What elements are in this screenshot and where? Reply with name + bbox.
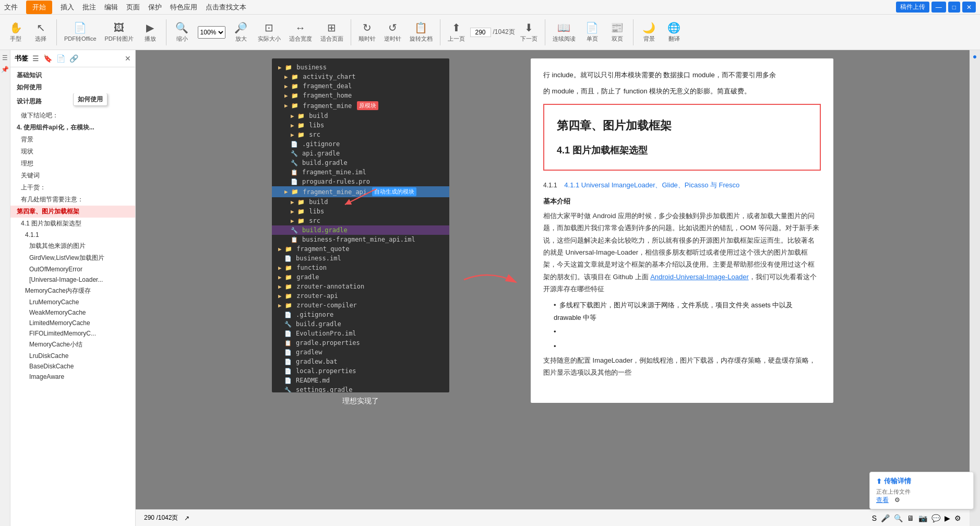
bookmark-item[interactable]: 做下结论吧：	[10, 110, 135, 122]
zoom-in-tool[interactable]: 🔎 放大	[230, 20, 253, 44]
play-tool[interactable]: ▶ 播放	[139, 20, 162, 44]
tree-item[interactable]: 📄README.md	[272, 376, 449, 385]
continuous-read-tool[interactable]: 📖 连续阅读	[549, 20, 579, 44]
menu-item-comment[interactable]: 批注	[82, 3, 96, 12]
tree-item[interactable]: ▶ 📁activity_chart	[272, 72, 449, 81]
bookmark-item[interactable]: MemoryCache内存缓存	[10, 285, 135, 297]
tree-item[interactable]: 📄local.properties	[272, 366, 449, 376]
tree-item[interactable]: 📄gradlew.bat	[272, 357, 449, 366]
tree-item[interactable]: 📋gradle.properties	[272, 338, 449, 348]
pdf-to-img-tool[interactable]: 🖼 PDF转图片	[102, 21, 137, 44]
single-page-tool[interactable]: 📄 单页	[581, 20, 604, 44]
minimize-button[interactable]: —	[931, 2, 946, 13]
sidebar-icon-1[interactable]: ☰	[31, 53, 40, 64]
upload-button[interactable]: 稿件上传	[896, 2, 929, 13]
transfer-link[interactable]: 查看	[876, 496, 889, 504]
sidebar-icon-4[interactable]: 🔗	[68, 53, 79, 64]
bookmark-item[interactable]: 4.1 图片加载框架选型	[10, 218, 135, 230]
rotate-cw-tool[interactable]: ↻ 顺时针	[355, 20, 379, 44]
bookmark-item[interactable]: FIFOLimitedMemoryC...	[10, 328, 135, 339]
menu-item-search[interactable]: 点击查找文本	[206, 3, 246, 12]
tree-item[interactable]: ▶ 📁src	[272, 216, 449, 225]
tree-item[interactable]: ▶ 📁build	[272, 197, 449, 207]
tree-item[interactable]: 🔧settings.gradle	[272, 385, 449, 392]
bookmark-item[interactable]: [Universal-Image-Loader...	[10, 274, 135, 285]
bookmark-item[interactable]: 现状	[10, 146, 135, 158]
bookmark-item[interactable]: WeakMemoryCache	[10, 307, 135, 318]
tree-item[interactable]: ▶ 📁fragment_quote	[272, 244, 449, 254]
translate-tool[interactable]: 🌐 翻译	[663, 20, 686, 44]
close-button[interactable]: ✕	[962, 2, 976, 13]
bookmark-item[interactable]: 4. 使用组件api化，在模块...	[10, 122, 135, 134]
tree-item[interactable]: 🔧api.gradle	[272, 149, 449, 158]
tree-item[interactable]: ▶ 📁src	[272, 130, 449, 139]
hand-tool[interactable]: ✋ 手型	[4, 20, 27, 44]
transfer-settings-icon[interactable]: ⚙	[894, 496, 900, 504]
menu-item-page[interactable]: 页面	[126, 3, 140, 12]
sidebar-close-button[interactable]: ✕	[125, 54, 131, 63]
tree-item[interactable]: 📄business.iml	[272, 254, 449, 263]
bookmark-item[interactable]: 背景	[10, 134, 135, 146]
tree-item[interactable]: 📄EvolutionPro.iml	[272, 329, 449, 338]
bookmark-item[interactable]: 有几处细节需要注意：	[10, 194, 135, 206]
tree-item[interactable]: ▶ 📁function	[272, 263, 449, 272]
tree-item[interactable]: 🔧build.gradle	[272, 158, 449, 168]
maximize-button[interactable]: □	[948, 2, 960, 13]
zoom-select[interactable]: 100% 75% 125% 150%	[198, 26, 225, 39]
tree-item[interactable]: ▶ 📁fragment_mine原模块	[272, 100, 449, 111]
chat-icon[interactable]: 💬	[931, 514, 940, 522]
tree-item[interactable]: 📄.gitignore	[272, 139, 449, 149]
tree-item[interactable]: 🔧build.gradle	[272, 319, 449, 329]
tree-item[interactable]: 📄.gitignore	[272, 310, 449, 319]
camera-icon[interactable]: 📷	[918, 514, 927, 522]
video-icon[interactable]: ▶	[945, 514, 950, 522]
bookmark-item[interactable]: 上干货：	[10, 182, 135, 194]
tree-item[interactable]: ▶ 📁fragment_deal	[272, 81, 449, 91]
bookmark-item[interactable]: 设计思路如何使用	[10, 93, 135, 110]
tree-item[interactable]: 📋business-fragment_mine_api.iml	[272, 235, 449, 244]
bookmark-item[interactable]: LruDiskCache	[10, 351, 135, 361]
github-link[interactable]: Android-Universal-Image-Loader	[650, 273, 749, 281]
pdf-to-office-tool[interactable]: 📄 PDF转Office	[61, 20, 100, 44]
subsection-link[interactable]: 4.1.1 Universal ImangeLoader、Glide、Picas…	[564, 181, 739, 189]
sidebar-icon-3[interactable]: 📄	[55, 53, 66, 64]
monitor-icon[interactable]: 🖥	[907, 514, 914, 522]
bookmark-item[interactable]: 4.1.1	[10, 230, 135, 240]
tree-item[interactable]: ▶ 📁libs	[272, 121, 449, 130]
menu-item-start[interactable]: 开始	[26, 1, 52, 14]
bookmark-tab[interactable]: 书签	[15, 54, 28, 63]
bookmark-item[interactable]: LruMemoryCache	[10, 297, 135, 307]
search-bottom-icon[interactable]: 🔍	[894, 514, 903, 522]
tree-item[interactable]: ▶ 📁fragment_home	[272, 91, 449, 100]
night-mode-tool[interactable]: 🌙 背景	[638, 20, 661, 44]
tree-item[interactable]: ▶ 📁zrouter-compiler	[272, 301, 449, 310]
bookmark-item[interactable]: 基础知识	[10, 69, 135, 81]
actual-size-tool[interactable]: ⊡ 实际大小	[255, 20, 284, 44]
mic-icon[interactable]: 🎤	[881, 514, 890, 522]
bookmark-item[interactable]: OutOfMemoryError	[10, 264, 135, 274]
menu-item-insert[interactable]: 插入	[61, 3, 74, 12]
bookmark-item[interactable]: ImageAware	[10, 372, 135, 382]
tree-item[interactable]: ▶ 📁gradle	[272, 272, 449, 282]
bookmark-item[interactable]: 第四章、图片加载框架	[10, 206, 135, 218]
two-page-tool[interactable]: 📰 双页	[606, 20, 629, 44]
tree-item[interactable]: ▶ 📁build	[272, 111, 449, 121]
menu-item-protect[interactable]: 保护	[148, 3, 162, 12]
input-icon[interactable]: S	[872, 514, 877, 522]
zoom-out-tool[interactable]: 🔍 缩小	[171, 20, 194, 44]
sidebar-icon-2[interactable]: 🔖	[42, 53, 53, 64]
bookmark-item[interactable]: 理想	[10, 158, 135, 170]
bookmark-item[interactable]: 加载其他来源的图片	[10, 240, 135, 252]
page-number-input[interactable]: 290	[470, 28, 491, 37]
bookmark-item[interactable]: BaseDiskCache	[10, 361, 135, 372]
fit-page-tool[interactable]: ⊞ 适合页面	[317, 20, 346, 44]
settings-bottom-icon[interactable]: ⚙	[954, 514, 961, 522]
fit-width-tool[interactable]: ↔ 适合宽度	[286, 21, 315, 44]
tree-item[interactable]: ▶ 📁fragment_mine_api自动生成的模块	[272, 186, 449, 197]
menu-item-file[interactable]: 文件	[4, 3, 18, 12]
tree-item[interactable]: ▶ 📁zrouter-api	[272, 291, 449, 301]
menu-item-edit[interactable]: 编辑	[104, 3, 118, 12]
tree-item[interactable]: 🔧build.gradle	[272, 225, 449, 235]
next-page-tool[interactable]: ⬇ 下一页	[517, 20, 541, 44]
menu-item-features[interactable]: 特色应用	[170, 3, 197, 12]
